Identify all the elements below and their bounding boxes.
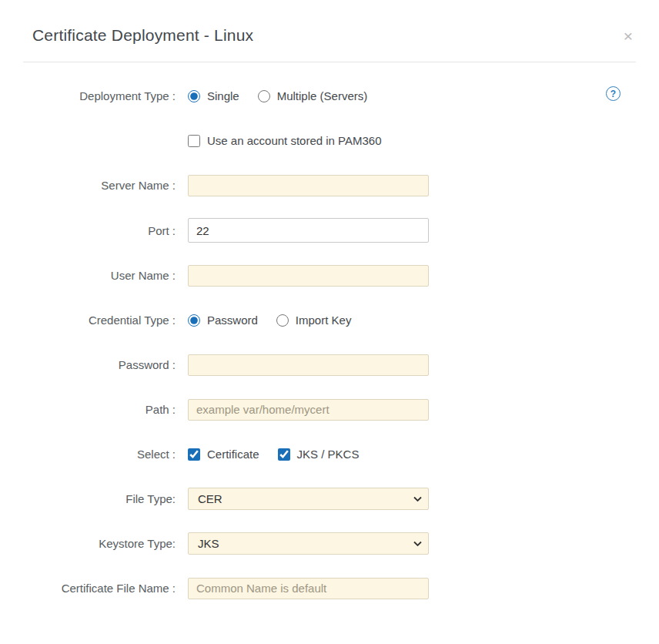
server-name-label: Server Name : xyxy=(0,179,176,192)
keystore-type-select-wrap: JKS xyxy=(188,532,429,555)
form-row-pam-account: Use an account stored in PAM360 xyxy=(0,129,659,153)
credential-type-password-radio[interactable] xyxy=(188,314,200,327)
form-row-server-name: Server Name : xyxy=(0,173,659,197)
form-row-user-name: User Name : xyxy=(0,263,659,287)
pam-account-control: Use an account stored in PAM360 xyxy=(188,134,400,147)
credential-type-importkey-label: Import Key xyxy=(296,314,352,327)
keystore-type-select[interactable]: JKS xyxy=(188,532,429,555)
credential-type-importkey-option[interactable]: Import Key xyxy=(276,314,352,327)
form-row-certificate-file-name: Certificate File Name : xyxy=(0,576,659,600)
credential-type-password-label: Password xyxy=(207,314,258,327)
deployment-type-single-option[interactable]: Single xyxy=(188,89,239,102)
deployment-type-single-radio[interactable] xyxy=(188,90,200,102)
port-label: Port : xyxy=(0,224,176,237)
deployment-form: Deployment Type : Single Multiple (Serve… xyxy=(0,62,659,600)
path-label: Path : xyxy=(0,403,176,416)
certificate-file-name-input[interactable] xyxy=(188,578,429,599)
select-options: Certificate JKS / PKCS xyxy=(188,448,377,461)
path-control xyxy=(188,399,429,421)
file-type-select[interactable]: CER xyxy=(188,488,429,510)
file-type-label: File Type: xyxy=(0,492,176,505)
pam-account-label: Use an account stored in PAM360 xyxy=(207,134,382,147)
form-row-port: Port : xyxy=(0,218,659,243)
close-icon[interactable]: × xyxy=(624,28,633,44)
certificate-file-name-control xyxy=(188,578,429,599)
credential-type-options: Password Import Key xyxy=(188,314,370,327)
form-row-password: Password : xyxy=(0,353,659,377)
select-jks-pkcs-option[interactable]: JKS / PKCS xyxy=(278,448,360,461)
port-input[interactable] xyxy=(188,218,429,243)
certificate-file-name-label: Certificate File Name : xyxy=(0,582,176,595)
deployment-type-multiple-label: Multiple (Servers) xyxy=(277,89,368,102)
credential-type-importkey-radio[interactable] xyxy=(276,314,289,327)
form-row-credential-type: Credential Type : Password Import Key xyxy=(0,308,659,332)
form-row-file-type: File Type: CER xyxy=(0,487,659,511)
file-type-select-wrap: CER xyxy=(188,488,429,510)
keystore-type-control: JKS xyxy=(188,532,429,555)
pam-account-option[interactable]: Use an account stored in PAM360 xyxy=(188,134,382,147)
user-name-input[interactable] xyxy=(188,265,429,287)
form-row-select: Select : Certificate JKS / PKCS xyxy=(0,442,659,466)
help-icon[interactable]: ? xyxy=(606,86,621,101)
select-certificate-label: Certificate xyxy=(207,448,259,461)
keystore-type-label: Keystore Type: xyxy=(0,537,176,550)
path-input[interactable] xyxy=(188,399,429,421)
certificate-deployment-dialog: Certificate Deployment - Linux × Deploym… xyxy=(0,0,659,644)
form-row-keystore-type: Keystore Type: JKS xyxy=(0,532,659,555)
form-row-path: Path : xyxy=(0,397,659,421)
user-name-control xyxy=(188,265,429,287)
credential-type-label: Credential Type : xyxy=(0,314,176,327)
deployment-type-single-label: Single xyxy=(207,89,239,102)
file-type-control: CER xyxy=(188,488,429,510)
dialog-header: Certificate Deployment - Linux × xyxy=(0,0,659,62)
server-name-input[interactable] xyxy=(188,175,429,196)
select-label: Select : xyxy=(0,448,176,461)
dialog-title: Certificate Deployment - Linux xyxy=(32,26,253,45)
form-row-deployment-type: Deployment Type : Single Multiple (Serve… xyxy=(0,84,659,108)
user-name-label: User Name : xyxy=(0,269,176,282)
select-certificate-option[interactable]: Certificate xyxy=(188,448,259,461)
deployment-type-label: Deployment Type : xyxy=(0,89,176,102)
password-label: Password : xyxy=(0,358,176,371)
port-control xyxy=(188,218,429,243)
pam-account-checkbox[interactable] xyxy=(188,135,200,147)
deployment-type-multiple-radio[interactable] xyxy=(258,90,270,102)
server-name-control xyxy=(188,175,429,196)
password-input[interactable] xyxy=(188,354,429,376)
credential-type-password-option[interactable]: Password xyxy=(188,314,258,327)
deployment-type-options: Single Multiple (Servers) xyxy=(188,89,386,102)
password-control xyxy=(188,354,429,376)
select-certificate-checkbox[interactable] xyxy=(188,448,200,461)
deployment-type-multiple-option[interactable]: Multiple (Servers) xyxy=(258,89,368,102)
select-jks-pkcs-label: JKS / PKCS xyxy=(297,448,360,461)
select-jks-pkcs-checkbox[interactable] xyxy=(278,448,290,461)
